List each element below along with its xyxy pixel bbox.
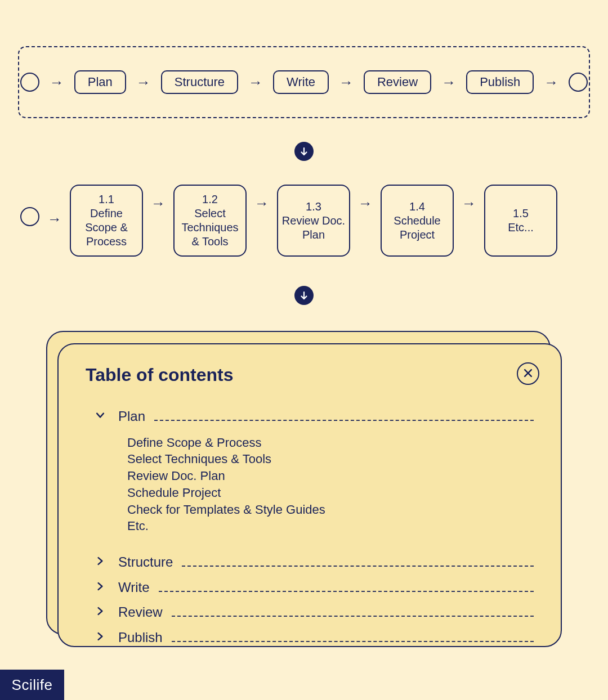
arrow-down-icon bbox=[294, 286, 314, 305]
process-flow-top: → Plan → Structure → Write → Review → Pu… bbox=[18, 46, 590, 118]
flow-step-publish: Publish bbox=[466, 70, 534, 94]
toc-panel: Table of contents Plan Define Scope & Pr… bbox=[57, 343, 562, 647]
toc-item-structure[interactable]: Structure bbox=[86, 550, 534, 570]
sub-step-number: 1.2 bbox=[202, 192, 218, 207]
flow-start-circle bbox=[20, 73, 39, 92]
toc-item-plan[interactable]: Plan bbox=[86, 405, 534, 424]
arrow-right-icon: → bbox=[254, 196, 269, 210]
close-icon bbox=[522, 367, 534, 380]
toc-dots bbox=[182, 550, 534, 567]
arrow-right-icon: → bbox=[136, 75, 151, 89]
toc-item-label: Review bbox=[118, 604, 163, 620]
sub-step-label: Etc... bbox=[508, 221, 534, 235]
toc-item-label: Write bbox=[118, 580, 150, 595]
arrow-down-icon bbox=[294, 142, 314, 161]
toc-subitems-plan: Define Scope & Process Select Techniques… bbox=[127, 434, 534, 535]
toc-subitem[interactable]: Define Scope & Process bbox=[127, 434, 534, 451]
toc-dots bbox=[159, 576, 534, 592]
sub-step-number: 1.4 bbox=[409, 200, 425, 214]
toc-item-publish[interactable]: Publish bbox=[86, 626, 534, 645]
arrow-right-icon: → bbox=[248, 75, 263, 89]
sub-step-number: 1.1 bbox=[99, 192, 114, 207]
sub-step-label: Review Doc. Plan bbox=[281, 214, 346, 242]
arrow-right-icon: → bbox=[50, 75, 64, 89]
toc-item-label: Publish bbox=[118, 630, 163, 645]
chevron-right-icon bbox=[95, 604, 109, 620]
toc-item-review[interactable]: Review bbox=[86, 601, 534, 621]
toc-subitem[interactable]: Select Techniques & Tools bbox=[127, 451, 534, 468]
sub-step-1-4: 1.4 Schedule Project bbox=[381, 185, 454, 257]
toc-subitem[interactable]: Etc. bbox=[127, 518, 534, 535]
arrow-right-icon: → bbox=[339, 75, 354, 89]
chevron-right-icon bbox=[95, 554, 109, 570]
brand-tab: Scilife bbox=[0, 670, 64, 700]
chevron-right-icon bbox=[95, 580, 109, 595]
sub-step-label: Select Techniques & Tools bbox=[178, 207, 242, 249]
sub-step-1-1: 1.1 Define Scope & Process bbox=[70, 185, 143, 257]
sub-step-label: Define Scope & Process bbox=[74, 207, 138, 249]
sub-step-number: 1.3 bbox=[306, 200, 321, 214]
flow-step-review: Review bbox=[364, 70, 431, 94]
process-flow-sub: → 1.1 Define Scope & Process → 1.2 Selec… bbox=[20, 185, 588, 263]
close-button[interactable] bbox=[517, 362, 539, 385]
toc-subitem[interactable]: Check for Templates & Style Guides bbox=[127, 501, 534, 518]
sub-step-label: Schedule Project bbox=[385, 214, 449, 242]
toc-item-label: Structure bbox=[118, 554, 173, 570]
arrow-right-icon: → bbox=[441, 75, 456, 89]
arrow-right-icon: → bbox=[462, 196, 476, 210]
sub-step-1-2: 1.2 Select Techniques & Tools bbox=[173, 185, 247, 257]
flow-end-circle bbox=[569, 73, 588, 92]
sub-step-number: 1.5 bbox=[513, 207, 529, 221]
toc-panel-wrap: Table of contents Plan Define Scope & Pr… bbox=[46, 331, 562, 647]
toc-dots bbox=[172, 626, 534, 642]
toc-list: Plan Define Scope & Process Select Techn… bbox=[86, 405, 534, 645]
toc-item-label: Plan bbox=[118, 409, 145, 424]
flow-step-plan: Plan bbox=[74, 70, 126, 94]
toc-dots bbox=[154, 405, 534, 421]
flow-step-structure: Structure bbox=[161, 70, 238, 94]
arrow-right-icon: → bbox=[47, 212, 62, 226]
sub-step-1-3: 1.3 Review Doc. Plan bbox=[277, 185, 350, 257]
sub-step-1-5: 1.5 Etc... bbox=[484, 185, 557, 257]
toc-title: Table of contents bbox=[86, 365, 534, 385]
toc-dots bbox=[172, 601, 534, 617]
arrow-right-icon: → bbox=[544, 75, 558, 89]
arrow-right-icon: → bbox=[151, 196, 166, 210]
flow-step-write: Write bbox=[273, 70, 329, 94]
toc-subitem[interactable]: Review Doc. Plan bbox=[127, 468, 534, 484]
chevron-down-icon bbox=[95, 409, 109, 424]
arrow-right-icon: → bbox=[358, 196, 373, 210]
chevron-right-icon bbox=[95, 630, 109, 645]
flow-start-circle bbox=[20, 207, 39, 226]
toc-item-write[interactable]: Write bbox=[86, 576, 534, 595]
toc-subitem[interactable]: Schedule Project bbox=[127, 484, 534, 501]
